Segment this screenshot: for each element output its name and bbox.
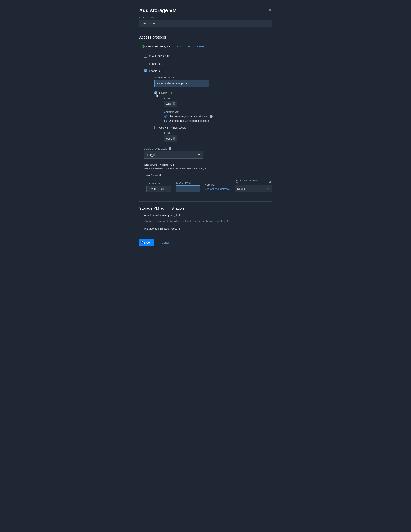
tab-smb-nfs-s3[interactable]: ✓ SMB/CIFS, NFS, S3 xyxy=(139,43,173,50)
enable-nfs-checkbox[interactable] xyxy=(144,62,147,65)
enable-nfs-label: Enable NFS xyxy=(149,62,163,65)
cert-external-radio[interactable] xyxy=(164,120,167,122)
broadcast-domain-label: BROADCAST DOMAIN AND PORT xyxy=(235,179,269,184)
chevron-down-icon xyxy=(267,187,269,190)
access-protocol-tabs: ✓ SMB/CIFS, NFS, S3 iSCSI FC NVMe xyxy=(139,43,272,50)
default-language-value: c.utf_8 xyxy=(146,153,155,157)
ip-address-input[interactable] xyxy=(146,186,171,192)
add-gateway-link[interactable]: Add optional gateway xyxy=(205,188,230,192)
save-button[interactable]: Save xyxy=(139,239,154,246)
add-storage-vm-dialog: Add storage VM STORAGE VM NAME Access pr… xyxy=(139,8,272,246)
access-protocol-heading: Access protocol xyxy=(139,35,272,39)
network-interface-heading: NETWORK INTERFACE xyxy=(144,163,272,166)
tab-iscsi[interactable]: iSCSI xyxy=(173,43,185,50)
enable-tls-checkbox[interactable]: ✓ xyxy=(154,91,157,95)
chevron-down-icon xyxy=(198,153,200,157)
enable-max-capacity-label: Enable maximum capacity limit xyxy=(144,214,181,217)
tab-label: SMB/CIFS, NFS, S3 xyxy=(146,45,170,48)
storage-vm-name-label: STORAGE VM NAME xyxy=(139,17,272,19)
enable-max-capacity-checkbox[interactable] xyxy=(139,214,142,217)
enable-s3-label: Enable S3 xyxy=(149,69,161,73)
spinner-icon[interactable]: ▲▼ xyxy=(173,137,175,140)
default-language-label: DEFAULT LANGUAGE xyxy=(144,148,167,150)
max-capacity-help-text: The maximum capacity that all volumes in… xyxy=(144,220,272,222)
subnet-mask-label: SUBNET MASK xyxy=(175,182,200,184)
cancel-button[interactable]: Cancel xyxy=(162,241,170,244)
broadcast-domain-select[interactable]: Default xyxy=(235,185,272,192)
tab-fc[interactable]: FC xyxy=(185,43,194,50)
edit-icon[interactable] xyxy=(269,180,272,184)
cert-system-radio[interactable] xyxy=(164,115,167,118)
broadcast-domain-value: Default xyxy=(237,187,246,190)
tls-port-label: PORT xyxy=(164,97,272,99)
http-port-value: 8080 xyxy=(166,137,172,140)
dialog-title: Add storage VM xyxy=(139,8,272,13)
manage-admin-checkbox[interactable] xyxy=(139,227,142,230)
enable-s3-checkbox[interactable]: ✓ xyxy=(144,69,147,73)
tls-port-input[interactable]: 443 ▲▼ xyxy=(164,101,177,107)
subnet-mask-input[interactable] xyxy=(175,185,200,192)
enable-smb-checkbox[interactable] xyxy=(144,55,147,58)
mouse-cursor-icon xyxy=(156,94,159,98)
network-interface-subheading: Use multiple network interfaces when cli… xyxy=(144,167,272,170)
storage-vm-name-input[interactable] xyxy=(139,20,272,27)
s3-server-name-label: S3 SERVER NAME xyxy=(154,76,272,78)
http-port-input[interactable]: 8080 ▲▼ xyxy=(164,135,177,142)
close-icon[interactable] xyxy=(268,8,272,12)
check-circle-icon: ✓ xyxy=(142,45,145,48)
external-link-icon xyxy=(226,220,228,222)
use-http-label: Use HTTP (non-secure) xyxy=(159,126,187,129)
node-name: onPrem-01 xyxy=(146,174,272,177)
info-icon[interactable]: i xyxy=(169,147,171,150)
tls-port-value: 443 xyxy=(166,103,171,105)
default-language-select[interactable]: c.utf_8 xyxy=(144,151,203,159)
cert-external-label: Use external-CA signed certificate xyxy=(169,119,209,122)
enable-smb-label: Enable SMB/CIFS xyxy=(149,55,171,58)
use-http-checkbox[interactable] xyxy=(154,126,157,129)
certificate-label: CERTIFICATE xyxy=(164,111,272,113)
enable-tls-label: Enable TLS xyxy=(159,91,173,95)
gateway-label: GATEWAY xyxy=(205,184,230,186)
manage-admin-label: Manage administrator account xyxy=(144,227,180,230)
storage-vm-admin-heading: Storage VM administration xyxy=(139,206,272,211)
ip-address-label: IP ADDRESS xyxy=(146,182,171,184)
http-port-label: PORT xyxy=(164,132,272,134)
info-icon[interactable]: i xyxy=(210,115,212,118)
cert-system-label: Use system-generated certificate xyxy=(169,115,208,118)
learn-more-link[interactable]: Learn More xyxy=(214,220,225,222)
tab-nvme[interactable]: NVMe xyxy=(194,43,206,50)
s3-server-name-input[interactable] xyxy=(154,80,209,87)
divider xyxy=(139,201,272,202)
spinner-icon[interactable]: ▲▼ xyxy=(173,102,175,105)
